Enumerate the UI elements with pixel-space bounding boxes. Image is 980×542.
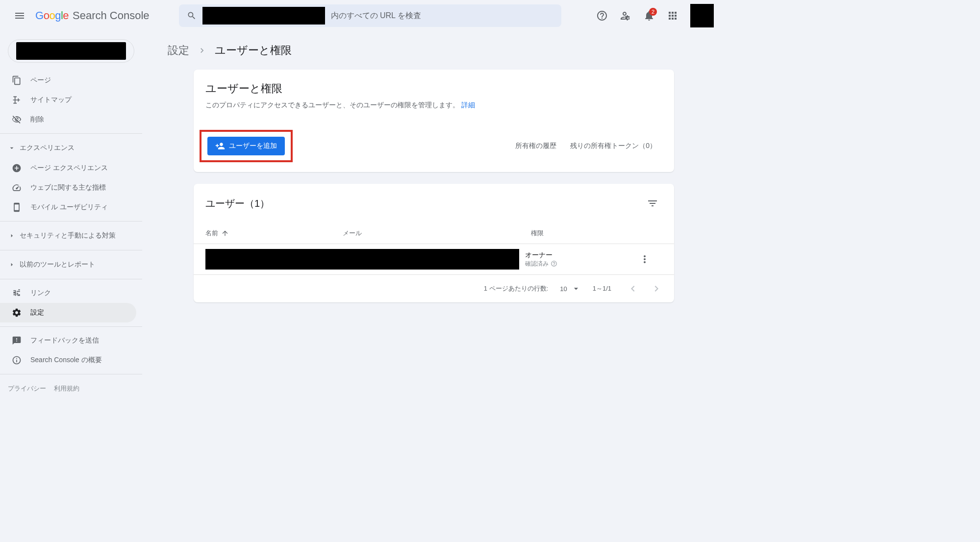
sidebar-item-sitemaps[interactable]: サイトマップ xyxy=(0,90,136,110)
menu-toggle-button[interactable] xyxy=(8,4,31,27)
sidebar-item-web-vitals[interactable]: ウェブに関する主な指標 xyxy=(0,178,136,197)
table-column-headers: 名前 メール 権限 xyxy=(194,223,674,244)
sort-asc-icon xyxy=(221,229,229,237)
col-header-name[interactable]: 名前 xyxy=(205,229,343,238)
logo[interactable]: Google Search Console xyxy=(35,9,150,22)
table-pager: 1 ページあたりの行数: 10 1～1/1 xyxy=(194,275,674,302)
sidebar-label: ページ xyxy=(30,76,51,85)
card-description: このプロパティにアクセスできるユーザーと、そのユーザーの権限を管理します。 詳細 xyxy=(205,100,662,110)
help-button[interactable] xyxy=(592,6,612,25)
filter-button[interactable] xyxy=(643,194,662,213)
card-title: ユーザーと権限 xyxy=(205,81,662,96)
chevron-right-icon xyxy=(8,232,16,240)
pager-rows-select[interactable]: 10 xyxy=(560,284,580,294)
redacted-property-name xyxy=(16,42,126,60)
details-link[interactable]: 詳細 xyxy=(461,101,475,109)
breadcrumb-current: ユーザーと権限 xyxy=(215,43,292,58)
sidebar-item-removals[interactable]: 削除 xyxy=(0,110,136,129)
app-header: Google Search Console 内のすべての URL を検査 2 xyxy=(0,0,726,31)
divider xyxy=(0,279,142,279)
sidebar-item-feedback[interactable]: フィードバックを送信 xyxy=(0,331,136,350)
sidebar-label: 設定 xyxy=(30,308,44,317)
sidebar-item-about[interactable]: Search Console の概要 xyxy=(0,350,136,370)
circle-plus-icon xyxy=(12,163,22,173)
permission-label: オーナー xyxy=(525,251,633,260)
pages-icon xyxy=(12,75,22,85)
divider xyxy=(0,250,142,250)
chevron-left-icon xyxy=(627,283,639,295)
notifications-button[interactable]: 2 xyxy=(639,6,659,25)
sidebar-item-page-experience[interactable]: ページ エクスペリエンス xyxy=(0,158,136,178)
more-vert-icon xyxy=(639,253,651,265)
users-permissions-card: ユーザーと権限 このプロパティにアクセスできるユーザーと、そのユーザーの権限を管… xyxy=(194,70,674,172)
col-header-mail[interactable]: メール xyxy=(343,229,531,238)
row-menu-button[interactable] xyxy=(635,249,654,269)
col-header-permission[interactable]: 権限 xyxy=(531,229,639,238)
divider xyxy=(0,221,142,222)
search-bar[interactable]: 内のすべての URL を検査 xyxy=(179,4,561,27)
sitemap-icon xyxy=(12,95,22,105)
sidebar-section-security[interactable]: セキュリティと手動による対策 xyxy=(0,225,142,246)
section-label: セキュリティと手動による対策 xyxy=(20,231,116,240)
sidebar: ページ サイトマップ 削除 エクスペリエンス ページ エクスペリエンス ウェブに… xyxy=(0,31,142,402)
property-selector[interactable] xyxy=(8,39,134,63)
chevron-right-icon xyxy=(8,261,16,269)
sidebar-item-settings[interactable]: 設定 xyxy=(0,303,136,322)
filter-icon xyxy=(647,197,658,209)
table-row: オーナー 確認済み xyxy=(194,244,674,275)
pager-rows-label: 1 ページあたりの行数: xyxy=(484,284,548,293)
sidebar-label: 削除 xyxy=(30,115,44,124)
sidebar-section-experience[interactable]: エクスペリエンス xyxy=(0,138,142,158)
chevron-right-icon xyxy=(651,283,662,295)
chevron-right-icon xyxy=(197,46,207,55)
sidebar-section-legacy[interactable]: 以前のツールとレポート xyxy=(0,254,142,275)
terms-link[interactable]: 利用規約 xyxy=(54,384,79,393)
privacy-link[interactable]: プライバシー xyxy=(8,384,46,393)
visibility-off-icon xyxy=(12,115,22,124)
app-name: Search Console xyxy=(73,9,150,22)
sidebar-footer: プライバシー 利用規約 xyxy=(0,378,142,399)
apps-grid-icon xyxy=(667,10,678,22)
ownership-history-link[interactable]: 所有権の履歴 xyxy=(509,138,562,154)
sidebar-item-links[interactable]: リンク xyxy=(0,283,136,303)
redacted-user-info xyxy=(205,249,519,270)
sidebar-item-mobile-usability[interactable]: モバイル ユーザビリティ xyxy=(0,197,136,217)
add-user-button[interactable]: ユーザーを追加 xyxy=(207,137,285,155)
pager-next-button[interactable] xyxy=(647,279,666,298)
link-tree-icon xyxy=(12,288,22,298)
search-icon xyxy=(187,11,197,21)
speed-icon xyxy=(12,183,22,193)
hamburger-icon xyxy=(14,10,25,22)
sidebar-item-pages[interactable]: ページ xyxy=(0,71,136,90)
pager-prev-button[interactable] xyxy=(623,279,643,298)
ownership-tokens-link[interactable]: 残りの所有権トークン（0） xyxy=(564,138,662,154)
divider xyxy=(0,374,142,374)
pager-range: 1～1/1 xyxy=(593,284,611,293)
breadcrumb-parent[interactable]: 設定 xyxy=(168,43,189,58)
person-add-icon xyxy=(215,141,225,151)
chevron-down-icon xyxy=(571,284,581,294)
sidebar-label: モバイル ユーザビリティ xyxy=(30,203,108,212)
account-avatar[interactable] xyxy=(690,4,714,27)
account-settings-button[interactable] xyxy=(616,6,635,25)
section-label: エクスペリエンス xyxy=(20,144,75,152)
sidebar-label: リンク xyxy=(30,289,51,297)
users-table-card: ユーザー（1） 名前 メール 権限 オーナー 確認済み xyxy=(194,184,674,302)
divider xyxy=(0,326,142,327)
highlight-annotation: ユーザーを追加 xyxy=(200,130,293,162)
breadcrumb: 設定 ユーザーと権限 xyxy=(166,43,702,58)
chevron-down-icon xyxy=(8,144,16,152)
smartphone-icon xyxy=(12,202,22,212)
main-content: 設定 ユーザーと権限 ユーザーと権限 このプロパティにアクセスできるユーザーと、… xyxy=(142,31,726,402)
apps-button[interactable] xyxy=(663,6,682,25)
divider xyxy=(0,133,142,134)
header-actions: 2 xyxy=(592,4,718,27)
permission-cell: オーナー 確認済み xyxy=(525,251,633,268)
redacted-property xyxy=(202,7,325,25)
help-icon xyxy=(596,10,608,22)
permission-status: 確認済み xyxy=(525,260,633,268)
sidebar-label: サイトマップ xyxy=(30,96,72,104)
sidebar-label: ページ エクスペリエンス xyxy=(30,164,108,172)
sidebar-label: Search Console の概要 xyxy=(30,356,102,365)
help-icon[interactable] xyxy=(551,260,557,267)
